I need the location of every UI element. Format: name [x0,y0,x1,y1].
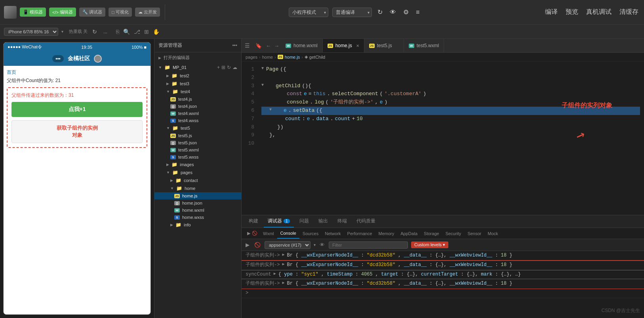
file-item-test4wxml[interactable]: W test4.wxml [154,110,241,117]
log-arrow-2[interactable]: ▶ [282,262,284,267]
log-arrow-4[interactable]: ▶ [282,280,284,286]
get-instance-button[interactable]: 获取子组件的实例 对象 [11,120,143,143]
tab-test5-js[interactable]: JS test5.js [364,39,404,52]
project-header[interactable]: ▼ 📁 MP_01 + ⊞ ↻ ☁ [154,63,241,72]
phone-nav-dots[interactable]: ••• [52,55,64,62]
grid-icon[interactable]: ⊞ [143,28,150,36]
file-item-homejs[interactable]: JS home.js [154,192,241,199]
increment-button[interactable]: 点我+1 [11,102,143,117]
homewxml-icon: W [174,208,180,213]
file-item-test4[interactable]: ▼ 📁 test4 [154,88,241,96]
debug-tab-issues[interactable]: 问题 [295,215,313,228]
search-icon[interactable]: 🔍 [122,28,131,36]
hand-icon[interactable]: ✋ [152,28,160,36]
layers-button[interactable]: ≡ [414,7,421,17]
file-item-test4json[interactable]: {} test4.json [154,103,241,110]
tab-test5-wxml[interactable]: W test5.wxml [404,39,444,52]
visualize-btn-group: □ 可视化 [109,8,132,17]
bookmark-icon[interactable]: 🔖 [253,39,264,52]
console-tab-security[interactable]: Security [442,228,465,239]
file-item-test5json[interactable]: {} test5.json [154,139,241,146]
cloud-button[interactable]: ☁ 云开发 [135,8,160,17]
simulator-button[interactable]: 📱 模拟器 [20,8,46,17]
mode-dropdown[interactable]: 小程序模式 [289,8,328,17]
fold-arrow-1[interactable]: ▼ [261,65,264,72]
clear-icon[interactable]: 🚫 [253,241,261,249]
debug-tab-build[interactable]: 构建 [245,215,262,228]
branch-icon[interactable]: ⎇ [133,28,141,36]
console-tab-appdata[interactable]: AppData [397,228,421,239]
phone-home-link[interactable]: 首页 [7,69,147,76]
file-item-test4wxss[interactable]: S test4.wxss [154,117,241,124]
console-tab-wxml[interactable]: Wxml [260,228,277,239]
log-arrow-1[interactable]: ▶ [282,252,284,258]
reload-button[interactable]: ↻ [91,28,99,36]
code-content[interactable]: ▼ Page({ ▼ getChild(){ const e = t [257,61,644,215]
settings-button[interactable]: ⚙ [402,7,410,17]
refresh-button[interactable]: ↻ [376,7,384,17]
file-item-test4js[interactable]: JS test4.js [154,96,241,103]
console-tab-performance[interactable]: Performance [344,228,375,239]
file-item-test5[interactable]: ▼ 📁 test5 [154,124,241,132]
copy-icon[interactable]: ⎘ [115,28,120,36]
file-item-contact[interactable]: ▶ 📁 contact [154,176,241,184]
debugger-button[interactable]: 🔧 调试器 [79,8,105,17]
file-item-pages[interactable]: ▼ 📁 pages [154,169,241,176]
file-item-info[interactable]: ▶ 📁 info [154,221,241,229]
add-folder-icon[interactable]: ⊞ [221,65,225,70]
tab-menu-icon[interactable]: ☰ [242,39,253,52]
file-item-homejson[interactable]: {} home.json [154,199,241,207]
preview-icon-button[interactable]: 👁 [388,7,398,17]
forward-icon[interactable]: → [272,39,281,52]
custom-levels-button[interactable]: Custom levels ▾ [411,241,448,248]
more-button[interactable]: ... [102,28,109,35]
console-tab-console[interactable]: Console [277,228,299,239]
console-tab-storage[interactable]: Storage [421,228,442,239]
file-item-test5js[interactable]: JS test5.js [154,132,241,139]
service-select[interactable]: appservice (#17) [265,241,311,249]
fold-arrow-6[interactable]: ▼ [269,107,272,113]
file-item-test2[interactable]: ▶ 📁 test2 [154,72,241,80]
console-tab-mock[interactable]: Mock [484,228,501,239]
file-item-homewxml[interactable]: W home.wxml [154,207,241,214]
refresh-project-icon[interactable]: ↻ [227,65,231,70]
tab-home-js[interactable]: JS home.js ✕ [323,39,364,52]
console-tab-sensor[interactable]: Sensor [464,228,484,239]
console-log-line-4[interactable]: 子组件的实列-> ▶ Br { __wxExparserNodeId__ : "… [242,279,644,289]
file-item-test3[interactable]: ▶ 📁 test3 [154,80,241,88]
fold-arrow-3[interactable]: ▼ [261,82,264,88]
file-item-homewxss[interactable]: S home.wxss [154,214,241,221]
compile-dropdown[interactable]: 普通编译 [332,8,372,17]
back-icon[interactable]: ← [264,39,272,52]
console-tab-controls[interactable]: ▶ 🚫 [245,228,260,239]
debug-tab-quality[interactable]: 代码质量 [352,215,379,228]
file-item-images[interactable]: ▶ 📁 images [154,161,241,169]
debug-tab-output[interactable]: 输出 [314,215,332,228]
visualize-button[interactable]: □ 可视化 [109,8,132,17]
debug-tab-debugger[interactable]: 调试器 1 [264,215,294,228]
tab-home-js-close[interactable]: ✕ [356,44,359,48]
console-tab-sources[interactable]: Sources [299,228,322,239]
editor-button[interactable]: </> 编辑器 [49,8,76,17]
device-select[interactable]: iPhone 6/7/8 85% 16 [4,28,58,36]
file-item-home[interactable]: ▼ 📁 home [154,184,241,192]
tab-home-wxml[interactable]: W home.wxml [281,39,323,52]
clear-console-icon[interactable]: 🚫 [252,231,257,236]
console-log-line-3[interactable]: syncCount ▶ { ype : "syc1" , timeStamp :… [242,270,644,280]
cloud-project-icon[interactable]: ☁ [232,65,237,70]
log-arrow-3[interactable]: ▶ [274,271,276,277]
more-icon[interactable]: ••• [232,43,237,48]
console-tab-network[interactable]: Network [322,228,344,239]
file-item-test5wxml[interactable]: W test5.wxml [154,146,241,153]
debug-tab-terminal[interactable]: 终端 [333,215,351,228]
console-prompt-line[interactable]: > [242,289,644,298]
file-item-test5wxss[interactable]: S test5.wxss [154,153,241,161]
add-icon[interactable]: + [217,65,220,70]
eye-filter-icon[interactable]: 👁 [319,241,326,249]
execute-icon[interactable]: ▶ [245,241,250,249]
console-log-line-2[interactable]: 子组件的实列-> ▶ Br { __wxExparserNodeId__ : "… [242,261,644,270]
open-editors-section[interactable]: ▶ 打开的编辑器 [154,52,241,63]
console-tab-memory[interactable]: Memory [375,228,398,239]
filter-input[interactable] [329,241,408,249]
console-log-line-1[interactable]: 子组件的实列-> ▶ Br { __wxExparserNodeId__ : "… [242,251,644,261]
